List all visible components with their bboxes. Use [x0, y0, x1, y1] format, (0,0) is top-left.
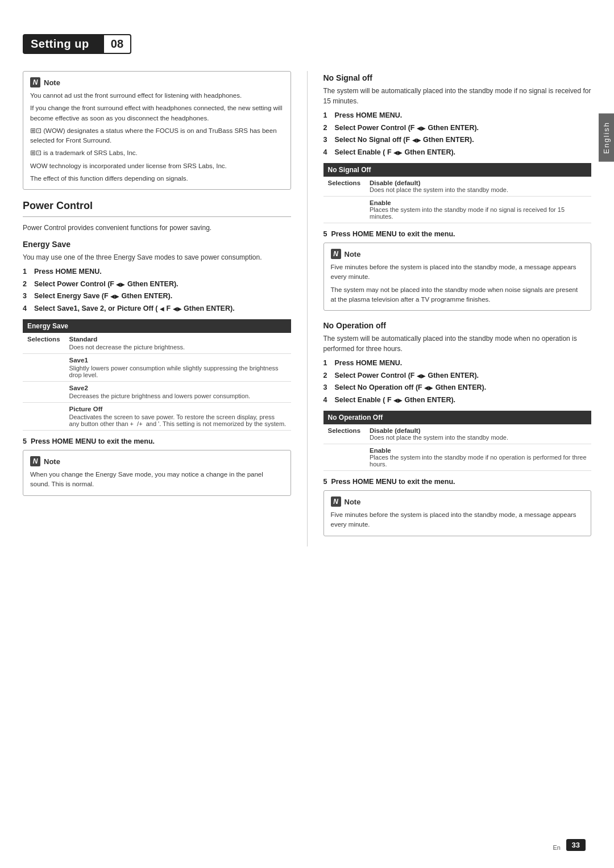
header-bar: Setting up 08: [23, 34, 591, 54]
top-note-title: N Note: [30, 77, 284, 87]
no-signal-off-intro: The system will be automatically placed …: [323, 86, 592, 106]
step-4: 4 Select Enable ( F ◀▶ Gthen ENTER).: [323, 148, 592, 158]
note-icon-2: N: [30, 456, 40, 466]
no-operation-off-steps: 1 Press HOME MENU. 2 Select Power Contro…: [323, 358, 592, 405]
no-signal-off-table: No Signal Off Selections Disable (defaul…: [323, 163, 592, 223]
step-2: 2 Select Power Control (F ◀▶ Gthen ENTER…: [323, 123, 592, 133]
table-row: Save1 Slightly lowers power consumption …: [23, 354, 291, 382]
right-column: No Signal off The system will be automat…: [308, 71, 592, 546]
step-1: 1 Press HOME MENU.: [323, 358, 592, 369]
step-4: 4 Select Enable ( F ◀▶ Gthen ENTER).: [323, 395, 592, 406]
step-1: 1 Press HOME MENU.: [23, 267, 291, 277]
step-2: 2 Select Power Control (F ◀▶ Gthen ENTER…: [23, 279, 291, 290]
table-row: Selections Disable (default) Does not pl…: [323, 177, 592, 197]
no-operation-off-table-header: No Operation Off: [323, 411, 592, 424]
no-signal-off-table-header: No Signal Off: [323, 163, 592, 177]
top-note-text: You cannot ad ust the front surround eff…: [30, 91, 284, 183]
no-operation-note-text: Five minutes before the system is placed…: [331, 510, 584, 530]
step-2: 2 Select Power Control (F ◀▶ Gthen ENTER…: [323, 371, 592, 381]
power-control-title: Power Control: [23, 200, 291, 212]
no-signal-note-text: Five minutes before the system is placed…: [331, 262, 584, 304]
energy-save-note-text: When you change the Energy Save mode, yo…: [30, 470, 284, 490]
note-icon: N: [30, 77, 40, 87]
page-title: Setting up: [23, 34, 103, 54]
energy-save-title: Energy Save: [23, 240, 291, 249]
energy-save-steps: 1 Press HOME MENU. 2 Select Power Contro…: [23, 267, 291, 314]
no-signal-note-title: N Note: [331, 249, 584, 259]
no-operation-note: N Note Five minutes before the system is…: [323, 490, 592, 536]
energy-save-table: Energy Save Selections Standard Does not…: [23, 319, 291, 431]
step-4: 4 Select Save1, Save 2, or Picture Off (…: [23, 304, 291, 314]
divider: [23, 216, 291, 217]
table-row: Selections Standard Does not decrease th…: [23, 333, 291, 354]
table-row: Picture Off Deactivates the screen to sa…: [23, 403, 291, 431]
power-control-intro: Power Control provides convenient functi…: [23, 223, 291, 233]
energy-save-intro: You may use one of the three Energy Save…: [23, 252, 291, 262]
table-row: Enable Places the system into the standb…: [323, 444, 592, 471]
no-operation-off-title: No Operation off: [323, 321, 592, 330]
step-3: 3 Select No Operation off (F ◀▶ Gthen EN…: [323, 383, 592, 393]
note-icon-3: N: [331, 249, 341, 259]
no-operation-off-intro: The system will be automatically placed …: [323, 333, 592, 354]
page-lang: En: [553, 844, 561, 851]
table-row: Selections Disable (default) Does not pl…: [323, 424, 592, 444]
no-signal-press-exit: 5 Press HOME MENU to exit the menu.: [323, 230, 592, 238]
content-columns: N Note You cannot ad ust the front surro…: [23, 71, 591, 546]
top-note-box: N Note You cannot ad ust the front surro…: [23, 71, 291, 190]
page-number: 33: [566, 839, 586, 851]
no-operation-note-title: N Note: [331, 496, 584, 507]
table-row: Save2 Decreases the picture brightness a…: [23, 382, 291, 403]
energy-save-table-header: Energy Save: [23, 319, 291, 333]
step-3: 3 Select Energy Save (F ◀▶ Gthen ENTER).: [23, 291, 291, 302]
no-signal-off-steps: 1 Press HOME MENU. 2 Select Power Contro…: [323, 111, 592, 157]
energy-save-press-exit: 5 Press HOME MENU to exit the menu.: [23, 437, 291, 445]
note-icon-4: N: [331, 496, 341, 507]
step-1: 1 Press HOME MENU.: [323, 111, 592, 121]
english-label: English: [599, 114, 614, 162]
no-operation-press-exit: 5 Press HOME MENU to exit the menu.: [323, 478, 592, 486]
step-3: 3 Select No Signal off (F ◀▶ Gthen ENTER…: [323, 135, 592, 145]
energy-save-note-title: N Note: [30, 456, 284, 466]
energy-save-note: N Note When you change the Energy Save m…: [23, 450, 291, 496]
no-signal-off-title: No Signal off: [323, 73, 592, 82]
no-operation-off-table: No Operation Off Selections Disable (def…: [323, 411, 592, 471]
left-column: N Note You cannot ad ust the front surro…: [23, 71, 308, 546]
table-row: Enable Places the system into the standb…: [323, 197, 592, 223]
no-signal-note: N Note Five minutes before the system is…: [323, 243, 592, 311]
page-number-badge: 08: [103, 34, 131, 54]
